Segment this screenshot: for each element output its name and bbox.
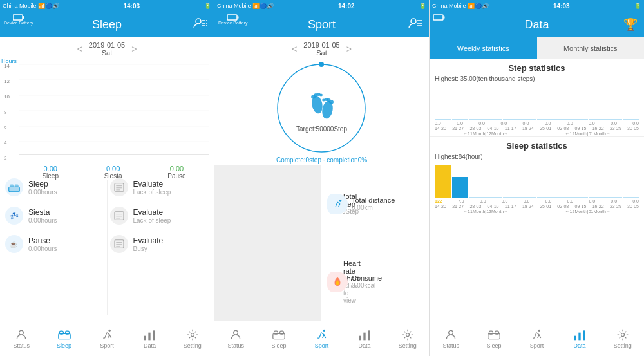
data-panel: China Mobile 📶🔵🔊 14:03 🔋 Data 🏆 Weekly s… xyxy=(430,0,644,356)
sleep-title: Sleep xyxy=(92,18,122,32)
svg-point-48 xyxy=(319,62,324,67)
svg-point-81 xyxy=(621,333,624,337)
svg-point-32 xyxy=(19,330,24,335)
sleep-month-labels: ←11Month|12Month→ ←12Month|01Month→ xyxy=(430,209,644,214)
svg-rect-72 xyxy=(444,16,445,19)
svg-rect-37 xyxy=(144,336,146,341)
sport-nav-data[interactable]: Data xyxy=(343,321,386,356)
data-bottom-nav: Status Sleep Sport Data Setting xyxy=(430,321,644,356)
svg-rect-17 xyxy=(15,185,19,188)
sleep-bar-1 xyxy=(452,177,469,198)
svg-rect-71 xyxy=(433,15,443,20)
svg-rect-20 xyxy=(115,183,124,191)
sleep-value: 0.00 xyxy=(42,165,59,173)
sleep-info: Sleep 0.00hours 💤 Siesta 0.00hours xyxy=(0,174,214,321)
svg-text:💤: 💤 xyxy=(10,211,19,220)
step-statistics-title: Step statistics xyxy=(430,59,644,74)
sport-device-battery: Device Battery xyxy=(218,14,248,25)
sport-day: Sat xyxy=(303,49,339,57)
data-device-battery xyxy=(433,14,445,21)
step-statistics-section: Step statistics Highest: 35.00(ten thous… xyxy=(430,59,644,136)
data-content: Step statistics Highest: 35.00(ten thous… xyxy=(430,59,644,321)
svg-rect-68 xyxy=(363,333,365,341)
svg-rect-42 xyxy=(237,16,238,19)
siesta-value: 0.00 xyxy=(104,165,122,173)
sport-complete: Complete:0step · completion0% xyxy=(276,155,367,165)
sleep-x-values: 122 7.9 0.00.0 0.00.0 0.00.0 0.00.0 xyxy=(430,198,644,204)
step-month-labels: ←11Month|12Month→ ←12Month|01Month→ xyxy=(430,131,644,136)
svg-point-70 xyxy=(406,333,409,337)
sport-stats: Total step 0Step Total distance 0.00km xyxy=(214,165,429,321)
data-nav-setting[interactable]: Setting xyxy=(601,321,644,356)
data-status-bar: China Mobile 📶🔵🔊 14:03 🔋 xyxy=(430,0,644,12)
svg-text:☕: ☕ xyxy=(10,240,18,248)
data-header: Data 🏆 xyxy=(430,12,644,37)
svg-point-62 xyxy=(234,330,238,335)
sport-total-distance: Total distance 0.00km xyxy=(322,165,429,243)
svg-rect-67 xyxy=(359,336,361,341)
evaluate-sleep-row: Evaluate Lack of sleep xyxy=(110,178,209,196)
sport-target: Target:50000Step xyxy=(296,125,347,132)
svg-rect-24 xyxy=(115,212,124,220)
sleep-nav-data[interactable]: Data xyxy=(128,321,171,356)
sport-panel: China Mobile 📶🔵🔊 14:02 🔋 Device Battery … xyxy=(214,0,430,356)
svg-point-77 xyxy=(538,330,540,332)
sleep-header-icon xyxy=(193,17,207,32)
sport-header: Device Battery Sport xyxy=(214,12,429,37)
sleep-pause-row: ☕ Pause 0.00hours xyxy=(5,235,104,253)
svg-point-43 xyxy=(411,19,416,24)
tab-monthly-statistics[interactable]: Monthly statistics xyxy=(537,37,645,59)
svg-point-66 xyxy=(323,330,325,332)
sleep-date-labels: 14-2021-2728-03 04-1011-1718-24 25-0102-… xyxy=(430,204,644,209)
svg-point-40 xyxy=(191,333,194,337)
sport-nav-sport[interactable]: Sport xyxy=(300,321,343,356)
sleep-bars xyxy=(435,163,639,198)
data-nav-sleep[interactable]: Sleep xyxy=(473,321,516,356)
svg-rect-80 xyxy=(583,330,585,340)
tab-weekly-statistics[interactable]: Weekly statistics xyxy=(430,37,537,59)
sleep-bar-0 xyxy=(435,165,451,198)
siesta-label: Siesta xyxy=(104,173,122,180)
data-tab-bar: Weekly statistics Monthly statistics xyxy=(430,37,644,59)
sleep-nav-setting[interactable]: Setting xyxy=(171,321,214,356)
sleep-day: Sat xyxy=(89,49,125,57)
sleep-sleep-row: Sleep 0.00hours xyxy=(5,178,104,196)
sport-date-nav: < 2019-01-05 Sat > xyxy=(214,37,429,58)
sport-nav-setting[interactable]: Setting xyxy=(386,321,429,356)
sleep-statistics-title: Sleep statistics xyxy=(430,137,644,152)
sleep-statistics-section: Sleep statistics Highest:84(hour) 122 xyxy=(430,136,644,214)
sport-nav-sleep[interactable]: Sleep xyxy=(258,321,301,356)
svg-point-36 xyxy=(109,330,111,332)
data-time: 14:03 xyxy=(553,3,570,10)
sport-circle-section: Target:50000Step Complete:0step · comple… xyxy=(214,58,429,165)
svg-point-53 xyxy=(319,93,323,96)
svg-rect-79 xyxy=(578,333,580,341)
svg-rect-28 xyxy=(115,240,124,248)
sport-time: 14:02 xyxy=(338,3,355,10)
sleep-date-nav: < 2019-01-05 Sat > xyxy=(0,37,214,58)
sport-date: 2019-01-05 xyxy=(303,41,339,49)
sport-title: Sport xyxy=(308,18,336,32)
sleep-nav-sleep[interactable]: Sleep xyxy=(43,321,85,356)
sleep-chart: Hours 2 4 6 8 10 12 14 0.00 Sl xyxy=(0,58,214,174)
sport-prev-arrow[interactable]: < xyxy=(292,44,297,54)
evaluate-pause-row: Evaluate Busy xyxy=(110,235,209,253)
sport-nav-status[interactable]: Status xyxy=(214,321,258,356)
data-nav-sport[interactable]: Sport xyxy=(515,321,558,356)
svg-rect-1 xyxy=(23,16,24,19)
step-x-values: 0.00.00.0 0.00.00.0 0.00.00.0 0.0 xyxy=(430,120,644,126)
sleep-prev-arrow[interactable]: < xyxy=(77,44,82,54)
data-nav-status[interactable]: Status xyxy=(430,321,473,356)
sport-header-icon xyxy=(408,17,422,32)
sleep-nav-status[interactable]: Status xyxy=(0,321,43,356)
evaluate-siesta-row: Evaluate Lack of sleep xyxy=(110,207,209,225)
sleep-next-arrow[interactable]: > xyxy=(131,44,137,54)
svg-rect-41 xyxy=(227,15,237,20)
sport-next-arrow[interactable]: > xyxy=(346,44,352,54)
data-nav-data[interactable]: Data xyxy=(558,321,601,356)
sleep-panel: China Mobile 📶🔵🔊 14:03 🔋 Device Battery … xyxy=(0,0,214,356)
sleep-header: Device Battery Sleep xyxy=(0,12,214,37)
sleep-nav-sport[interactable]: Sport xyxy=(86,321,128,356)
step-bars xyxy=(435,85,639,120)
svg-point-58 xyxy=(322,98,325,101)
